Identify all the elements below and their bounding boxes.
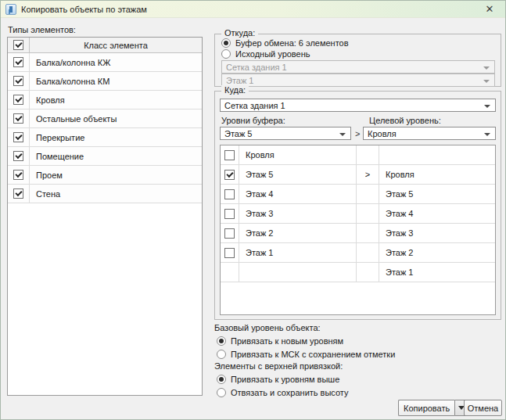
level-mapping-table: Кровля Этаж 5 > Кровля Этаж 4 Этаж 5 Эта… [220,145,496,315]
title-bar: Копировать объекты по этажам ✕ [1,1,505,18]
radio-bind-msk[interactable]: Привязать к МСК с сохранением отметки [217,349,395,360]
radio-icon[interactable] [217,388,226,397]
row-checkbox[interactable] [13,170,23,180]
target-level-cell: Этаж 4 [379,204,495,223]
combo-value: Сетка здания 1 [224,101,285,110]
target-level-cell: Этаж 3 [379,224,495,242]
chevron-down-icon [484,105,490,108]
arrow-cell [357,224,379,242]
target-level-label: Целевой уровень: [369,116,441,125]
mapping-row[interactable]: Кровля [221,145,495,165]
table-row[interactable]: Балка/колонна КМ [8,72,202,91]
radio-icon[interactable] [217,350,226,359]
row-checkbox[interactable] [13,95,23,105]
target-level-combo[interactable]: Кровля [363,127,496,140]
top-binding-label: Элементы с верхней привязкой: [214,361,343,371]
buffer-level-cell: Этаж 3 [239,204,357,223]
element-types-label: Типы элементов: [8,25,76,34]
radio-label: Буфер обмена: 6 элементов [235,38,349,48]
buffer-level-combo[interactable]: Этаж 5 [220,127,351,140]
radio-label: Привязать к МСК с сохранением отметки [231,350,395,359]
select-all-checkbox[interactable] [13,40,23,50]
element-class-column-header: Класс элемента [30,38,202,52]
radio-source-level[interactable]: Исходный уровень [221,48,310,59]
row-checkbox[interactable] [13,113,23,124]
window-title: Копировать объекты по этажам [21,5,147,14]
row-label: Помещение [30,147,202,165]
row-checkbox[interactable] [13,57,23,67]
radio-unbind-keep-height[interactable]: Отвязать и сохранить высоту [217,387,349,398]
radio-icon[interactable] [221,38,231,48]
row-checkbox[interactable] [224,209,235,219]
copy-button[interactable]: Копировать [398,400,454,416]
chevron-down-icon [483,66,490,70]
mapping-row[interactable]: Этаж 5 > Кровля [221,165,495,185]
chevron-down-icon [483,80,490,83]
row-label: Проем [30,166,202,184]
copy-objects-dialog: Копировать объекты по этажам ✕ Типы элем… [0,0,506,420]
element-types-table: Класс элемента Балка/колонна КЖ Балка/ко… [7,37,203,396]
element-types-header: Класс элемента [8,38,202,53]
table-row[interactable]: Остальные объекты [8,109,202,128]
table-row[interactable]: Помещение [8,147,202,166]
base-level-label: Базовый уровень объекта: [214,323,321,332]
target-level-cell: Этаж 5 [379,185,495,203]
chevron-down-icon [339,133,346,136]
from-grid-combo: Сетка здания 1 [221,60,495,74]
combo-value: Кровля [368,129,397,138]
table-row[interactable]: Проем [8,166,202,185]
table-row[interactable]: Стена [8,185,202,203]
cancel-button[interactable]: Отмена [464,400,502,416]
row-checkbox[interactable] [13,76,23,86]
buffer-levels-label: Уровни буфера: [221,116,285,125]
row-label: Стена [30,185,202,203]
table-row[interactable]: Балка/колонна КЖ [8,53,202,72]
row-checkbox[interactable] [13,151,23,161]
buffer-level-cell: Этаж 4 [239,185,357,203]
table-row[interactable]: Перекрытие [8,128,202,147]
radio-clipboard[interactable]: Буфер обмена: 6 элементов [221,38,349,48]
target-level-cell [379,145,495,164]
radio-label: Исходный уровень [235,49,310,59]
from-group: Откуда: Буфер обмена: 6 элементов Исходн… [214,34,501,87]
mapping-row[interactable]: Этаж 3 Этаж 4 [221,204,495,224]
row-checkbox[interactable] [224,170,235,180]
radio-icon[interactable] [221,49,231,59]
to-grid-combo[interactable]: Сетка здания 1 [220,99,496,112]
from-level-combo: Этаж 1 [221,74,495,87]
to-group: Куда: Сетка здания 1 Уровни буфера: Целе… [214,91,501,320]
table-row[interactable]: Кровля [8,91,202,109]
row-label: Балка/колонна КЖ [30,53,202,71]
radio-bind-levels-above[interactable]: Привязать к уровням выше [217,374,339,385]
combo-value: Этаж 1 [226,76,253,85]
radio-icon[interactable] [217,336,226,346]
arrow-cell [357,263,379,282]
row-checkbox[interactable] [224,248,235,258]
row-label: Кровля [30,91,202,109]
row-checkbox[interactable] [224,150,235,160]
radio-icon[interactable] [217,375,226,384]
mapping-row[interactable]: Этаж 1 Этаж 2 [221,243,495,263]
to-group-label: Куда: [221,85,249,95]
row-checkbox[interactable] [13,132,23,142]
mapping-row[interactable]: Этаж 2 Этаж 3 [221,224,495,243]
close-icon[interactable]: ✕ [479,2,501,17]
arrow-cell [357,204,379,223]
mapping-row[interactable]: Этаж 1 [221,263,495,282]
app-icon [5,4,16,15]
from-group-label: Откуда: [221,28,258,38]
buffer-level-cell: Этаж 1 [239,243,357,262]
combo-value: Этаж 5 [224,129,252,138]
arrow-cell [357,145,379,164]
row-checkbox[interactable] [224,189,235,199]
row-checkbox[interactable] [224,228,235,239]
buffer-level-cell: Этаж 2 [239,224,357,242]
chevron-down-icon [484,133,490,136]
radio-label: Отвязать и сохранить высоту [231,388,349,397]
target-level-cell: Кровля [379,165,495,184]
row-checkbox[interactable] [13,188,23,199]
radio-bind-new-levels[interactable]: Привязать к новым уровням [217,336,343,346]
mapping-row[interactable]: Этаж 4 Этаж 5 [221,185,495,204]
target-level-cell: Этаж 2 [379,243,495,262]
row-label: Остальные объекты [30,109,202,127]
